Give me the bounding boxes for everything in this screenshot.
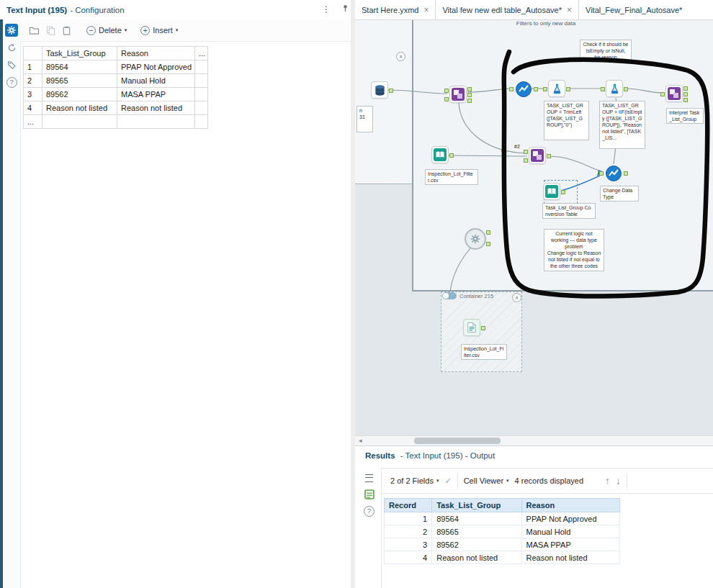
results-cell[interactable]: 89564 (432, 512, 521, 525)
down-arrow-icon[interactable]: ↓ (616, 475, 621, 487)
record-number[interactable]: 3 (385, 538, 432, 551)
panel-menu-dots-icon[interactable]: ⋮ (322, 4, 331, 14)
navigation-button[interactable] (5, 41, 18, 54)
output-anchor[interactable] (624, 87, 628, 91)
output-anchor[interactable] (449, 153, 454, 158)
note-check-isempty[interactable]: Check if it should be IsEmpty or IsNull,… (580, 40, 632, 62)
insert-row-button[interactable]: + Insert ▾ (140, 26, 178, 35)
output-anchor[interactable] (481, 326, 485, 330)
open-folder-icon[interactable] (29, 26, 40, 35)
change-data-type-tool[interactable] (605, 165, 622, 182)
input-anchor[interactable] (601, 87, 605, 91)
row-number[interactable]: 1 (24, 60, 42, 74)
record-number[interactable]: 1 (385, 512, 432, 525)
grid-cell[interactable]: Reason not listed (117, 101, 195, 115)
output-anchor[interactable] (534, 87, 538, 91)
container-file-tool[interactable] (463, 319, 480, 336)
paste-clipboard-icon[interactable] (62, 26, 71, 35)
macro-tool[interactable] (465, 228, 486, 250)
input-anchor[interactable] (524, 158, 528, 163)
container-collapse-button[interactable]: ∧ (396, 52, 405, 61)
chart-macro-tool[interactable] (515, 81, 532, 98)
results-cell[interactable]: Reason not listed (521, 551, 619, 564)
grid-cell[interactable]: 89565 (42, 74, 117, 88)
settings-gear-button[interactable] (5, 24, 18, 37)
grid-cell[interactable]: 89562 (42, 88, 117, 101)
output-anchor[interactable] (486, 230, 490, 235)
output-anchor[interactable] (561, 190, 565, 194)
interpret-tool[interactable] (665, 85, 683, 102)
results-cell[interactable]: Manual Hold (521, 525, 619, 538)
grid-cell[interactable]: PPAP Not Approved (117, 60, 195, 74)
label-interpret[interactable]: Interpret Task_List_Group (666, 108, 704, 124)
grid-col-reason[interactable]: Reason (117, 47, 195, 60)
input-anchor[interactable] (660, 92, 665, 96)
output-anchor[interactable] (467, 99, 472, 103)
results-cell[interactable]: Reason not listed (432, 551, 521, 564)
input-anchor[interactable] (543, 87, 547, 91)
record-number[interactable]: 4 (385, 551, 432, 564)
help-button[interactable]: ? (5, 76, 18, 89)
grid-cell[interactable] (42, 115, 117, 129)
container-215[interactable] (441, 291, 522, 372)
input-anchor[interactable] (444, 97, 449, 101)
delete-row-button[interactable]: − Delete ▾ (86, 26, 127, 35)
tab-start-here[interactable]: Start Here.yxmd × (355, 0, 436, 19)
results-help-button[interactable]: ? (363, 505, 375, 517)
results-cell[interactable]: MASA PPAP (521, 538, 619, 551)
output-anchor[interactable] (566, 87, 570, 91)
row-number[interactable]: ... (24, 115, 42, 129)
output-anchor[interactable] (683, 98, 688, 102)
results-cell[interactable]: 89562 (432, 538, 521, 551)
output-anchor[interactable] (467, 87, 472, 91)
output-anchor[interactable] (683, 92, 688, 96)
grid-col-task[interactable]: Task_List_Group (42, 47, 117, 60)
results-cell[interactable]: 89565 (432, 525, 521, 538)
input-anchor[interactable] (599, 171, 604, 176)
data-grid-button[interactable] (363, 488, 375, 500)
output-anchor[interactable] (467, 93, 472, 97)
tab-vital-few-new-edl[interactable]: Vital few new edl table_Autosave* × (436, 0, 579, 19)
input-file-tool[interactable] (431, 146, 449, 163)
output-anchor[interactable] (624, 171, 628, 176)
scrollbar-thumb[interactable] (414, 438, 501, 444)
results-col-reason[interactable]: Reason (521, 499, 619, 512)
copy-icon[interactable] (46, 26, 55, 35)
formula-tool-trimleft[interactable] (548, 80, 565, 97)
canvas-horizontal-scrollbar[interactable]: ◂ (355, 435, 713, 445)
comment-iif[interactable]: TASK_LIST_GROUP = IIF(IsEmpty ([TASK_LIS… (599, 101, 645, 149)
formula-tool-iif[interactable] (606, 80, 623, 97)
tab-vital-few-final[interactable]: Vital_Few_Final_Autosave* (579, 0, 713, 19)
output-anchor[interactable] (486, 242, 490, 246)
container-toggle[interactable] (442, 292, 457, 299)
results-cell[interactable]: PPAP Not Approved (521, 512, 619, 525)
grid-col-more[interactable]: ... (195, 47, 208, 60)
comment-trimleft[interactable]: TASK_LIST_GROUP = TrimLeft ([TASK_LIST_G… (544, 101, 589, 140)
results-menu-button[interactable] (363, 472, 375, 484)
pin-icon[interactable] (341, 4, 349, 14)
cell-viewer-dropdown[interactable]: Cell Viewer ▾ (464, 476, 509, 485)
up-arrow-icon[interactable]: ↑ (605, 475, 610, 487)
note-current-logic[interactable]: Current logic not working --- data type … (544, 229, 604, 271)
grid-cell[interactable]: 89564 (42, 60, 117, 74)
output-anchor[interactable] (389, 89, 393, 93)
label-conversion-table[interactable]: Task_List_Group Conversion Table (542, 203, 596, 219)
grid-cell[interactable]: MASA PPAP (117, 88, 195, 101)
join-tool[interactable] (449, 86, 467, 103)
close-icon[interactable]: × (423, 5, 429, 15)
row-number[interactable]: 4 (24, 101, 42, 115)
results-col-record[interactable]: Record (385, 499, 432, 512)
input-anchor[interactable] (509, 87, 514, 91)
output-anchor[interactable] (683, 86, 688, 91)
grid-cell[interactable]: Manual Hold (117, 74, 195, 88)
row-number[interactable]: 2 (24, 74, 42, 88)
grid-cell[interactable]: Reason not listed (42, 101, 117, 115)
record-number[interactable]: 2 (385, 525, 432, 538)
union-join-tool[interactable] (529, 147, 546, 164)
workflow-canvas[interactable]: Filters to only new data ∧ (355, 20, 713, 435)
conversion-table-tool[interactable] (543, 183, 560, 200)
row-number[interactable]: 3 (24, 88, 42, 101)
scroll-left-icon[interactable]: ◂ (359, 436, 362, 445)
label-inspection-lot-filter[interactable]: Inspection_Lot_Filter.csv (425, 169, 478, 185)
results-col-task[interactable]: Task_List_Group (432, 499, 521, 512)
